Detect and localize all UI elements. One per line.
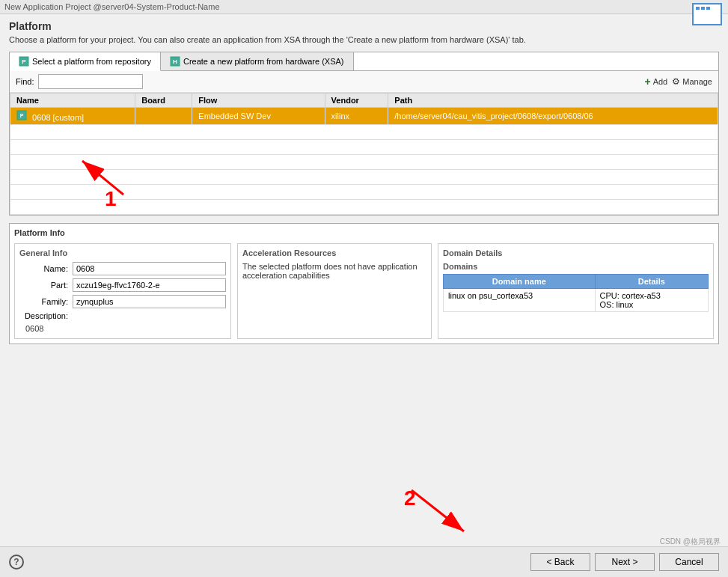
empty-row-4 xyxy=(10,170,718,185)
domain-panel: Domain Details Domains Domain name Detai… xyxy=(438,243,714,339)
part-row: Part: xczu19eg-ffvc1760-2-e xyxy=(19,278,226,292)
window-title: New Application Project @server04-System… xyxy=(4,2,220,11)
col-flow: Flow xyxy=(192,94,325,108)
manage-label: Manage xyxy=(682,77,712,86)
add-button[interactable]: + Add xyxy=(644,76,667,88)
desc-row: Description: xyxy=(19,311,226,320)
watermark: CSDN @格局视界 xyxy=(660,537,721,547)
domain-col-name: Domain name xyxy=(444,275,596,289)
title-bar: New Application Project @server04-System… xyxy=(0,0,728,14)
cell-path: /home/server04/cau_vitis_project/0608/ex… xyxy=(388,108,718,125)
cell-vendor: xilinx xyxy=(325,108,388,125)
general-info-panel: General Info Name: 0608 Part: xczu19eg-f… xyxy=(14,243,231,339)
toolbar-actions: + Add ⚙ Manage xyxy=(644,76,712,88)
svg-text:P: P xyxy=(20,113,24,118)
info-panels: General Info Name: 0608 Part: xczu19eg-f… xyxy=(14,243,714,339)
repo-icon: P xyxy=(19,56,29,67)
name-row: Name: 0608 xyxy=(19,262,226,275)
name-label: Name: xyxy=(19,264,68,273)
part-label: Part: xyxy=(19,281,68,290)
page-title: Platform xyxy=(9,20,719,32)
cell-flow: Embedded SW Dev xyxy=(192,108,325,125)
domains-subtitle: Domains xyxy=(443,262,709,271)
nav-buttons: < Back Next > Cancel xyxy=(530,553,719,571)
domain-details-title: Domain Details xyxy=(443,248,709,257)
family-row: Family: zynquplus xyxy=(19,295,226,308)
empty-row-6 xyxy=(10,200,718,215)
svg-text:H: H xyxy=(173,58,177,65)
col-board: Board xyxy=(135,94,192,108)
desc-value: 0608 xyxy=(22,324,43,333)
next-button[interactable]: Next > xyxy=(595,553,655,571)
domain-table: Domain name Details linux on psu_cortexa… xyxy=(443,274,709,312)
main-content: Platform Choose a platform for your proj… xyxy=(0,14,728,350)
domain-row: linux on psu_cortexa53 CPU: cortex-a53OS… xyxy=(444,289,709,312)
empty-row-1 xyxy=(10,125,718,140)
window-icon xyxy=(692,3,722,25)
accel-title: Acceleration Resources xyxy=(242,248,426,257)
tab-toolbar: Find: + Add ⚙ Manage xyxy=(10,71,718,93)
cell-name: P 0608 [custom] xyxy=(10,108,135,125)
back-button[interactable]: < Back xyxy=(530,553,590,571)
add-label: Add xyxy=(653,77,668,86)
cell-board xyxy=(135,108,192,125)
part-value: xczu19eg-ffvc1760-2-e xyxy=(73,278,226,292)
empty-row-3 xyxy=(10,155,718,170)
desc-label: Description: xyxy=(19,311,68,320)
platform-info-section: Platform Info General Info Name: 0608 Pa… xyxy=(9,223,719,344)
table-row[interactable]: P 0608 [custom] Embedded SW Dev xilinx /… xyxy=(10,108,718,125)
annotation-label-2: 2 xyxy=(404,486,416,510)
platform-info-title: Platform Info xyxy=(14,228,714,237)
svg-text:P: P xyxy=(22,58,26,65)
col-vendor: Vendor xyxy=(325,94,388,108)
platform-table: Name Board Flow Vendor Path xyxy=(10,93,718,215)
accel-panel: Acceleration Resources The selected plat… xyxy=(237,243,432,339)
name-value: 0608 xyxy=(73,262,226,275)
tabs-header: P Select a platform from repository H Cr… xyxy=(10,52,718,71)
empty-row-2 xyxy=(10,140,718,155)
domain-col-details: Details xyxy=(595,275,708,289)
col-path: Path xyxy=(388,94,718,108)
help-button[interactable]: ? xyxy=(9,555,24,570)
annotation-arrow-2 xyxy=(337,475,501,550)
tabs-container: P Select a platform from repository H Cr… xyxy=(9,52,719,216)
window-container: New Application Project @server04-System… xyxy=(0,0,728,577)
search-input[interactable] xyxy=(38,74,143,89)
tab-xsa[interactable]: H Create a new platform from hardware (X… xyxy=(161,52,354,70)
find-section: Find: xyxy=(16,74,143,89)
general-info-title: General Info xyxy=(19,248,226,257)
platform-icon: P xyxy=(16,110,27,120)
family-value: zynquplus xyxy=(73,295,226,308)
manage-button[interactable]: ⚙ Manage xyxy=(672,76,712,87)
col-name: Name xyxy=(10,94,135,108)
accel-text: The selected platform does not have appl… xyxy=(242,262,426,280)
family-label: Family: xyxy=(19,297,68,306)
svg-line-9 xyxy=(412,490,464,531)
find-label: Find: xyxy=(16,77,34,86)
table-container: Name Board Flow Vendor Path xyxy=(10,93,718,215)
bottom-nav: ? < Back Next > Cancel xyxy=(0,546,728,577)
tab-repo[interactable]: P Select a platform from repository xyxy=(10,52,161,71)
tab-repo-label: Select a platform from repository xyxy=(32,57,151,66)
xsa-icon: H xyxy=(170,56,180,67)
page-description: Choose a platform for your project. You … xyxy=(9,35,719,44)
empty-row-5 xyxy=(10,185,718,200)
domain-details-cell: CPU: cortex-a53OS: linux xyxy=(595,289,708,312)
cancel-button[interactable]: Cancel xyxy=(659,553,719,571)
gear-icon: ⚙ xyxy=(672,76,680,87)
plus-icon: + xyxy=(644,76,650,88)
tab-xsa-label: Create a new platform from hardware (XSA… xyxy=(183,57,344,66)
domain-name-cell: linux on psu_cortexa53 xyxy=(444,289,596,312)
